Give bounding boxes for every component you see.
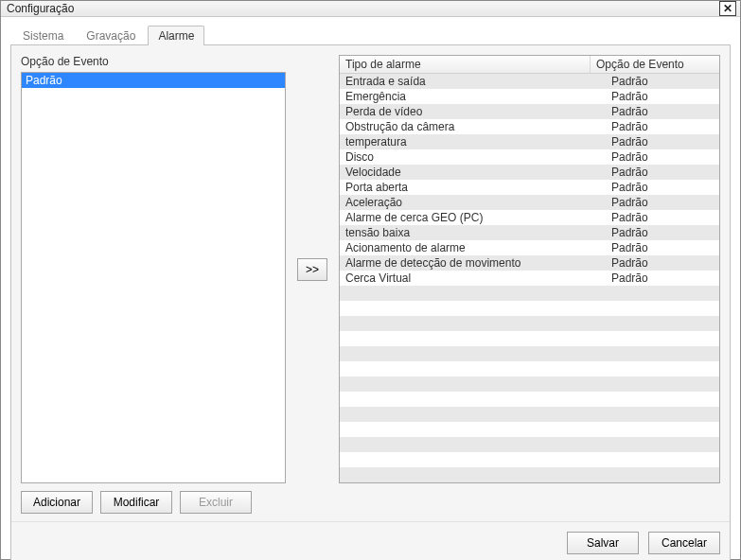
- left-button-row: Adicionar Modificar Excluir: [21, 491, 720, 514]
- assign-button[interactable]: >>: [297, 258, 327, 281]
- column-header-alarm-type[interactable]: Tipo de alarme: [340, 56, 591, 73]
- cell-event-option: .: [606, 453, 719, 466]
- table-row-empty: ..: [340, 346, 719, 361]
- cell-event-option: Padrão: [606, 271, 719, 285]
- table-row[interactable]: Porta abertaPadrão: [340, 180, 719, 195]
- cell-alarm-type: Aceleração: [340, 196, 606, 209]
- tab-sistema[interactable]: Sistema: [12, 26, 74, 45]
- cell-alarm-type: .: [340, 362, 606, 376]
- cell-alarm-type: Entrada e saída: [340, 75, 606, 88]
- table-row[interactable]: Perda de vídeoPadrão: [340, 104, 719, 119]
- tab-panel-alarme: Opção de Evento Padrão >> Tipo de alarme…: [10, 45, 731, 560]
- table-row[interactable]: tensão baixaPadrão: [340, 225, 719, 240]
- table-row[interactable]: Cerca VirtualPadrão: [340, 271, 719, 286]
- cell-alarm-type: Emergência: [340, 90, 606, 103]
- cell-event-option: .: [606, 408, 719, 421]
- cell-event-option: Padrão: [606, 150, 719, 164]
- assign-column: >>: [293, 55, 331, 483]
- close-button[interactable]: ✕: [719, 1, 736, 16]
- alarm-table-body[interactable]: Entrada e saídaPadrãoEmergênciaPadrãoPer…: [340, 74, 719, 482]
- add-button[interactable]: Adicionar: [21, 491, 93, 514]
- cell-event-option: .: [606, 317, 719, 330]
- table-row-empty: ..: [340, 452, 719, 467]
- table-row-empty: ..: [340, 407, 719, 422]
- cell-alarm-type: .: [340, 468, 606, 481]
- cell-event-option: .: [606, 362, 719, 376]
- cell-alarm-type: Acionamento de alarme: [340, 241, 606, 254]
- cell-event-option: Padrão: [606, 75, 719, 88]
- cell-alarm-type: Disco: [340, 150, 606, 164]
- cell-event-option: Padrão: [606, 166, 719, 179]
- table-row[interactable]: temperaturaPadrão: [340, 134, 719, 149]
- main-row: Opção de Evento Padrão >> Tipo de alarme…: [21, 55, 720, 483]
- cell-alarm-type: Obstrução da câmera: [340, 120, 606, 133]
- cell-event-option: .: [606, 438, 719, 451]
- close-icon: ✕: [723, 3, 732, 14]
- alarm-table-header: Tipo de alarme Opção de Evento: [340, 56, 719, 74]
- cell-alarm-type: .: [340, 408, 606, 421]
- event-option-column: Opção de Evento Padrão: [21, 55, 286, 483]
- cell-alarm-type: temperatura: [340, 135, 606, 149]
- cell-event-option: .: [606, 302, 719, 315]
- cell-event-option: Padrão: [606, 226, 719, 239]
- cell-event-option: Padrão: [606, 196, 719, 209]
- table-row[interactable]: EmergênciaPadrão: [340, 89, 719, 104]
- table-row[interactable]: Entrada e saídaPadrão: [340, 74, 719, 89]
- table-row[interactable]: Alarme de cerca GEO (PC)Padrão: [340, 210, 719, 225]
- cell-alarm-type: Porta aberta: [340, 181, 606, 194]
- cell-alarm-type: Cerca Virtual: [340, 271, 606, 285]
- table-row-empty: ..: [340, 331, 719, 346]
- cell-event-option: Padrão: [606, 135, 719, 149]
- cancel-button[interactable]: Cancelar: [648, 532, 720, 554]
- cell-event-option: Padrão: [606, 90, 719, 103]
- table-row[interactable]: AceleraçãoPadrão: [340, 195, 719, 210]
- cell-alarm-type: .: [340, 438, 606, 451]
- table-row-empty: ..: [340, 422, 719, 437]
- cell-alarm-type: Alarme de detecção de movimento: [340, 256, 606, 270]
- titlebar: Configuração ✕: [1, 1, 740, 17]
- table-row-empty: ..: [340, 376, 719, 392]
- cell-alarm-type: .: [340, 393, 606, 406]
- cell-event-option: .: [606, 468, 719, 481]
- cell-event-option: Padrão: [606, 181, 719, 194]
- cell-alarm-type: tensão baixa: [340, 226, 606, 239]
- table-row-empty: ..: [340, 467, 719, 482]
- delete-button[interactable]: Excluir: [180, 491, 252, 514]
- table-row[interactable]: VelocidadePadrão: [340, 165, 719, 180]
- cell-alarm-type: .: [340, 453, 606, 466]
- list-item[interactable]: Padrão: [22, 73, 285, 88]
- table-row-empty: ..: [340, 361, 719, 376]
- save-button[interactable]: Salvar: [567, 532, 639, 554]
- cell-event-option: Padrão: [606, 256, 719, 270]
- cell-event-option: .: [606, 332, 719, 345]
- cell-alarm-type: .: [340, 377, 606, 391]
- tab-alarme[interactable]: Alarme: [148, 26, 204, 45]
- cell-alarm-type: Perda de vídeo: [340, 105, 606, 118]
- config-window: Configuração ✕ SistemaGravaçãoAlarme Opç…: [0, 0, 741, 560]
- table-row-empty: ..: [340, 392, 719, 407]
- alarm-table: Tipo de alarme Opção de Evento Entrada e…: [339, 55, 720, 483]
- event-option-list[interactable]: Padrão: [21, 72, 286, 483]
- table-row[interactable]: Acionamento de alarmePadrão: [340, 240, 719, 255]
- cell-event-option: .: [606, 377, 719, 391]
- tab-strip: SistemaGravaçãoAlarme: [10, 25, 731, 45]
- cell-event-option: .: [606, 347, 719, 360]
- table-row-empty: ..: [340, 301, 719, 316]
- table-row-empty: ..: [340, 316, 719, 331]
- table-row[interactable]: DiscoPadrão: [340, 149, 719, 165]
- client-area: SistemaGravaçãoAlarme Opção de Evento Pa…: [1, 17, 740, 560]
- cell-alarm-type: .: [340, 302, 606, 315]
- window-title: Configuração: [7, 2, 719, 15]
- table-row[interactable]: Obstrução da câmeraPadrão: [340, 119, 719, 134]
- table-row[interactable]: Alarme de detecção de movimentoPadrão: [340, 255, 719, 271]
- cell-alarm-type: .: [340, 287, 606, 300]
- cell-event-option: Padrão: [606, 211, 719, 224]
- cell-alarm-type: .: [340, 423, 606, 436]
- cell-event-option: Padrão: [606, 105, 719, 118]
- modify-button[interactable]: Modificar: [100, 491, 172, 514]
- cell-event-option: .: [606, 393, 719, 406]
- tab-gravacao[interactable]: Gravação: [76, 26, 146, 45]
- cell-event-option: Padrão: [606, 120, 719, 133]
- column-header-event-option[interactable]: Opção de Evento: [591, 56, 704, 73]
- cell-alarm-type: .: [340, 317, 606, 330]
